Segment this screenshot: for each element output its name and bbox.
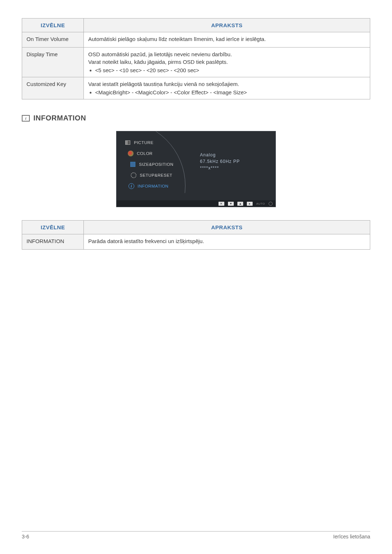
cell-desc: Varat iestatīt pielāgotā taustiņa funkci…	[84, 77, 370, 99]
menu-table-2: IZVĒLNE APRAKSTS INFORMATION Parāda dato…	[22, 220, 370, 250]
osd-info-signal: Analog	[200, 152, 240, 157]
cell-desc: Parāda datorā iestatīto frekvenci un izš…	[84, 234, 370, 250]
th-menu: IZVĒLNE	[22, 19, 84, 32]
page-footer: 3-6 Ierīces lietošana	[22, 531, 370, 539]
footer-section-name: Ierīces lietošana	[333, 534, 370, 539]
osd-item-setupreset: SETUP&RESET	[117, 170, 189, 181]
gear-icon	[130, 172, 137, 178]
bullet-icon	[90, 92, 91, 94]
th-menu: IZVĒLNE	[22, 221, 84, 234]
osd-item-sizeposition: SIZE&POSITION	[117, 159, 189, 170]
osd-info-panel: Analog 67.5kHz 60Hz PP ****x****	[200, 152, 240, 172]
up-icon: ▲	[237, 202, 243, 206]
bullet-icon	[90, 70, 91, 71]
osd-item-information: i INFORMATION	[117, 181, 189, 192]
information-icon	[22, 115, 30, 122]
page-number: 3-6	[22, 534, 29, 539]
power-icon	[269, 202, 273, 206]
auto-label: AUTO	[256, 202, 265, 205]
osd-info-res: ****x****	[200, 165, 240, 171]
osd-menu-list: PICTURE COLOR SIZE&POSITION SETUP&RESET …	[117, 131, 189, 200]
menu-table-1: IZVĒLNE APRAKSTS On Timer Volume Automāt…	[22, 18, 370, 99]
table-row: On Timer Volume Automātiski pielāgo skaļ…	[22, 32, 370, 48]
bullet-item: <5 sec> - <10 sec> - <20 sec> - <200 sec…	[88, 67, 366, 73]
bullet-item: <MagicBright> - <MagicColor> - <Color Ef…	[88, 89, 366, 95]
close-icon: ✕	[219, 202, 224, 206]
osd-footer-bar: ✕ ▼ ▲ ▸ AUTO	[117, 200, 275, 207]
osd-info-freq: 67.5kHz 60Hz PP	[200, 159, 240, 164]
color-icon	[127, 150, 134, 157]
cell-menu: On Timer Volume	[22, 32, 84, 48]
table-row: Customized Key Varat iestatīt pielāgotā …	[22, 77, 370, 99]
down-icon: ▼	[228, 202, 234, 206]
section-heading: INFORMATION	[22, 114, 370, 122]
cell-menu: Display Time	[22, 48, 84, 77]
enter-icon: ▸	[247, 202, 253, 206]
osd-item-color: COLOR	[117, 148, 189, 159]
table-row: Display Time OSD automātiski pazūd, ja l…	[22, 48, 370, 77]
picture-icon	[124, 139, 131, 146]
cell-desc: Automātiski pielāgo skaļumu līdz noteikt…	[84, 32, 370, 48]
section-title: INFORMATION	[33, 114, 86, 122]
osd-screenshot: PICTURE COLOR SIZE&POSITION SETUP&RESET …	[22, 131, 370, 207]
osd-item-picture: PICTURE	[117, 137, 189, 148]
th-desc: APRAKSTS	[84, 221, 370, 234]
cell-menu: INFORMATION	[22, 234, 84, 250]
cell-desc: OSD automātiski pazūd, ja lietotājs neve…	[84, 48, 370, 77]
info-icon: i	[128, 183, 135, 189]
cell-menu: Customized Key	[22, 77, 84, 99]
th-desc: APRAKSTS	[84, 19, 370, 32]
table-row: INFORMATION Parāda datorā iestatīto frek…	[22, 234, 370, 250]
sizeposition-icon	[130, 161, 136, 168]
